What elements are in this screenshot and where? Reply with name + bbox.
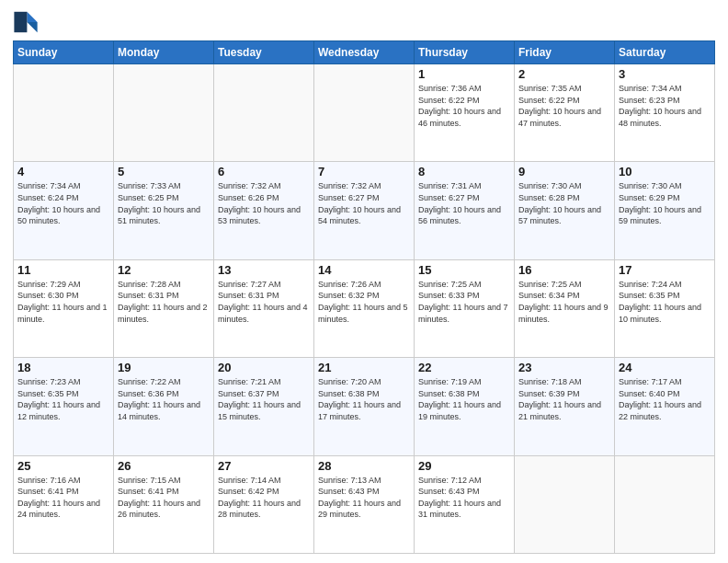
weekday-header-wednesday: Wednesday (314, 41, 415, 64)
logo (13, 9, 42, 35)
day-info: Sunrise: 7:32 AM Sunset: 6:27 PM Dayligh… (318, 180, 410, 226)
day-number: 4 (17, 165, 109, 178)
day-number: 7 (318, 165, 410, 178)
weekday-header-monday: Monday (114, 41, 214, 64)
day-info: Sunrise: 7:22 AM Sunset: 6:36 PM Dayligh… (118, 376, 210, 422)
day-number: 10 (619, 165, 711, 178)
day-info: Sunrise: 7:20 AM Sunset: 6:38 PM Dayligh… (318, 376, 410, 422)
day-info: Sunrise: 7:12 AM Sunset: 6:43 PM Dayligh… (418, 475, 510, 521)
day-number: 2 (518, 67, 610, 81)
calendar-cell: 2Sunrise: 7:35 AM Sunset: 6:22 PM Daylig… (515, 64, 615, 162)
calendar-cell: 8Sunrise: 7:31 AM Sunset: 6:27 PM Daylig… (415, 162, 515, 259)
calendar-cell: 11Sunrise: 7:29 AM Sunset: 6:30 PM Dayli… (14, 259, 114, 357)
day-info: Sunrise: 7:18 AM Sunset: 6:39 PM Dayligh… (518, 376, 610, 422)
calendar-cell: 28Sunrise: 7:13 AM Sunset: 6:43 PM Dayli… (314, 455, 415, 553)
day-info: Sunrise: 7:15 AM Sunset: 6:41 PM Dayligh… (118, 475, 210, 521)
calendar-cell: 29Sunrise: 7:12 AM Sunset: 6:43 PM Dayli… (415, 455, 515, 553)
day-info: Sunrise: 7:19 AM Sunset: 6:38 PM Dayligh… (418, 376, 510, 422)
calendar-cell: 1Sunrise: 7:36 AM Sunset: 6:22 PM Daylig… (415, 64, 515, 162)
weekday-header-thursday: Thursday (415, 41, 515, 64)
calendar-cell: 12Sunrise: 7:28 AM Sunset: 6:31 PM Dayli… (114, 259, 214, 357)
calendar-cell: 5Sunrise: 7:33 AM Sunset: 6:25 PM Daylig… (114, 162, 214, 259)
logo-icon (13, 9, 39, 35)
calendar-cell: 9Sunrise: 7:30 AM Sunset: 6:28 PM Daylig… (515, 162, 615, 259)
day-number: 13 (218, 263, 310, 277)
weekday-header-sunday: Sunday (14, 41, 114, 64)
day-info: Sunrise: 7:34 AM Sunset: 6:23 PM Dayligh… (619, 83, 711, 129)
day-number: 16 (518, 263, 610, 277)
day-number: 24 (619, 361, 711, 374)
calendar-cell: 22Sunrise: 7:19 AM Sunset: 6:38 PM Dayli… (415, 358, 515, 455)
day-number: 5 (118, 165, 210, 178)
day-info: Sunrise: 7:32 AM Sunset: 6:26 PM Dayligh… (218, 180, 310, 226)
day-info: Sunrise: 7:28 AM Sunset: 6:31 PM Dayligh… (118, 279, 210, 325)
day-info: Sunrise: 7:34 AM Sunset: 6:24 PM Dayligh… (17, 180, 109, 226)
svg-rect-2 (14, 12, 27, 32)
calendar-cell: 23Sunrise: 7:18 AM Sunset: 6:39 PM Dayli… (515, 358, 615, 455)
day-number: 25 (17, 459, 109, 473)
calendar-cell (515, 455, 615, 553)
calendar-cell: 17Sunrise: 7:24 AM Sunset: 6:35 PM Dayli… (615, 259, 715, 357)
calendar-cell: 16Sunrise: 7:25 AM Sunset: 6:34 PM Dayli… (515, 259, 615, 357)
day-info: Sunrise: 7:23 AM Sunset: 6:35 PM Dayligh… (17, 376, 109, 422)
day-number: 23 (518, 361, 610, 374)
day-info: Sunrise: 7:16 AM Sunset: 6:41 PM Dayligh… (17, 475, 109, 521)
weekday-header-friday: Friday (515, 41, 615, 64)
day-number: 22 (418, 361, 510, 374)
calendar-cell (214, 64, 314, 162)
day-number: 26 (118, 459, 210, 473)
day-number: 1 (418, 67, 510, 81)
day-number: 3 (619, 67, 711, 81)
svg-marker-0 (27, 12, 37, 22)
day-number: 6 (218, 165, 310, 178)
day-number: 27 (218, 459, 310, 473)
calendar-cell: 6Sunrise: 7:32 AM Sunset: 6:26 PM Daylig… (214, 162, 314, 259)
calendar-cell: 25Sunrise: 7:16 AM Sunset: 6:41 PM Dayli… (14, 455, 114, 553)
day-info: Sunrise: 7:13 AM Sunset: 6:43 PM Dayligh… (318, 475, 410, 521)
calendar-cell: 4Sunrise: 7:34 AM Sunset: 6:24 PM Daylig… (14, 162, 114, 259)
calendar-cell: 26Sunrise: 7:15 AM Sunset: 6:41 PM Dayli… (114, 455, 214, 553)
weekday-header-tuesday: Tuesday (214, 41, 314, 64)
calendar-cell (14, 64, 114, 162)
day-number: 20 (218, 361, 310, 374)
calendar-week-row: 4Sunrise: 7:34 AM Sunset: 6:24 PM Daylig… (14, 162, 715, 259)
day-info: Sunrise: 7:35 AM Sunset: 6:22 PM Dayligh… (518, 83, 610, 129)
calendar-cell: 21Sunrise: 7:20 AM Sunset: 6:38 PM Dayli… (314, 358, 415, 455)
calendar-cell: 14Sunrise: 7:26 AM Sunset: 6:32 PM Dayli… (314, 259, 415, 357)
calendar-cell (314, 64, 415, 162)
day-info: Sunrise: 7:29 AM Sunset: 6:30 PM Dayligh… (17, 279, 109, 325)
calendar-table: SundayMondayTuesdayWednesdayThursdayFrid… (13, 40, 715, 554)
header (13, 9, 715, 35)
calendar-cell (114, 64, 214, 162)
calendar-cell: 20Sunrise: 7:21 AM Sunset: 6:37 PM Dayli… (214, 358, 314, 455)
calendar-cell: 15Sunrise: 7:25 AM Sunset: 6:33 PM Dayli… (415, 259, 515, 357)
calendar-cell (615, 455, 715, 553)
calendar-week-row: 1Sunrise: 7:36 AM Sunset: 6:22 PM Daylig… (14, 64, 715, 162)
day-number: 18 (17, 361, 109, 374)
day-number: 29 (418, 459, 510, 473)
calendar-cell: 27Sunrise: 7:14 AM Sunset: 6:42 PM Dayli… (214, 455, 314, 553)
calendar-week-row: 18Sunrise: 7:23 AM Sunset: 6:35 PM Dayli… (14, 358, 715, 455)
day-number: 15 (418, 263, 510, 277)
day-info: Sunrise: 7:31 AM Sunset: 6:27 PM Dayligh… (418, 180, 510, 226)
day-number: 11 (17, 263, 109, 277)
day-number: 9 (518, 165, 610, 178)
calendar-cell: 24Sunrise: 7:17 AM Sunset: 6:40 PM Dayli… (615, 358, 715, 455)
svg-marker-1 (27, 22, 37, 32)
day-number: 8 (418, 165, 510, 178)
weekday-header-saturday: Saturday (615, 41, 715, 64)
day-info: Sunrise: 7:26 AM Sunset: 6:32 PM Dayligh… (318, 279, 410, 325)
calendar-week-row: 25Sunrise: 7:16 AM Sunset: 6:41 PM Dayli… (14, 455, 715, 553)
day-info: Sunrise: 7:21 AM Sunset: 6:37 PM Dayligh… (218, 376, 310, 422)
day-info: Sunrise: 7:27 AM Sunset: 6:31 PM Dayligh… (218, 279, 310, 325)
calendar-cell: 18Sunrise: 7:23 AM Sunset: 6:35 PM Dayli… (14, 358, 114, 455)
day-number: 19 (118, 361, 210, 374)
day-number: 21 (318, 361, 410, 374)
day-info: Sunrise: 7:30 AM Sunset: 6:29 PM Dayligh… (619, 180, 711, 226)
day-info: Sunrise: 7:30 AM Sunset: 6:28 PM Dayligh… (518, 180, 610, 226)
page: SundayMondayTuesdayWednesdayThursdayFrid… (0, 0, 728, 563)
calendar-cell: 19Sunrise: 7:22 AM Sunset: 6:36 PM Dayli… (114, 358, 214, 455)
calendar-cell: 13Sunrise: 7:27 AM Sunset: 6:31 PM Dayli… (214, 259, 314, 357)
day-info: Sunrise: 7:25 AM Sunset: 6:33 PM Dayligh… (418, 279, 510, 325)
day-number: 12 (118, 263, 210, 277)
